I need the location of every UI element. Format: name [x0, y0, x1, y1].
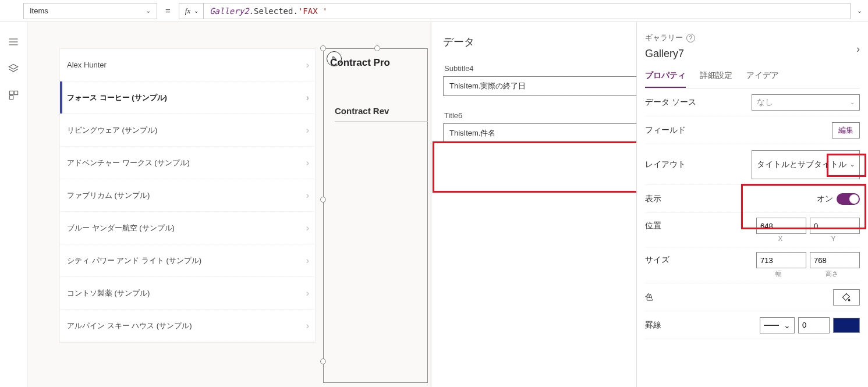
formula-object: Gallery2: [210, 6, 249, 16]
gallery1[interactable]: Alex Hunter› フォース コーヒー (サンプル)› リビングウェア (…: [59, 48, 316, 343]
property-tabs: プロパティ 詳細設定 アイデア: [645, 66, 860, 88]
field-label: Title6: [443, 111, 636, 120]
prop-datasource: データ ソース なし⌄: [645, 88, 860, 116]
chevron-right-icon: ›: [306, 223, 309, 233]
formula-expand[interactable]: ⌄: [851, 7, 868, 15]
gallery1-item[interactable]: アルパイン スキー ハウス (サンプル)›: [60, 310, 315, 342]
prop-layout: レイアウト タイトルとサブタイトル⌄: [645, 144, 860, 185]
tab-properties[interactable]: プロパティ: [645, 66, 686, 88]
left-rail: [0, 22, 27, 387]
border-style-dropdown[interactable]: ⌄: [760, 317, 795, 333]
tab-ideas[interactable]: アイデア: [746, 66, 779, 88]
svg-rect-5: [14, 91, 17, 94]
control-name: Gallery7: [645, 48, 860, 60]
chevron-down-icon: ⌄: [850, 99, 855, 105]
prop-fields: フィールド 編集: [645, 116, 860, 144]
data-panel-title: データ: [443, 35, 636, 49]
layers-icon[interactable]: [8, 63, 19, 74]
border-width-input[interactable]: [798, 317, 830, 333]
breadcrumb[interactable]: ギャラリー ?: [645, 33, 860, 43]
chevron-right-icon: ›: [306, 60, 309, 70]
gallery1-item[interactable]: ブルー ヤンダー航空 (サンプル)›: [60, 212, 315, 244]
svg-point-7: [848, 299, 850, 301]
chevron-right-icon: ›: [306, 190, 309, 201]
resize-handle[interactable]: [320, 358, 326, 364]
color-picker[interactable]: [833, 289, 860, 306]
gallery1-item[interactable]: コントソ製薬 (サンプル)›: [60, 277, 315, 310]
chevron-down-icon: ⌄: [146, 7, 151, 15]
chevron-right-icon: ›: [306, 158, 309, 168]
prop-position: 位置 XY: [645, 213, 860, 247]
visible-toggle[interactable]: [837, 193, 860, 205]
chevron-down-icon: ⌄: [194, 8, 199, 14]
border-color-swatch[interactable]: [833, 318, 860, 333]
property-selector-label: Items: [30, 6, 48, 15]
properties-panel: ギャラリー ? › Gallery7 プロパティ 詳細設定 アイデア データ ソ…: [636, 22, 868, 387]
hamburger-icon[interactable]: [8, 36, 19, 48]
property-selector[interactable]: Items ⌄: [23, 3, 157, 19]
resize-handle[interactable]: [374, 45, 380, 51]
formula-input[interactable]: Gallery2.Selected.'FAX ': [204, 3, 851, 19]
gallery1-item[interactable]: フォース コーヒー (サンプル)›: [60, 81, 315, 114]
svg-rect-6: [9, 95, 13, 99]
gallery7-header: Contract Pro: [330, 57, 390, 69]
datasource-dropdown[interactable]: なし⌄: [752, 94, 860, 111]
prop-color: 色: [645, 283, 860, 311]
subtitle4-binding[interactable]: ThisItem.実際の終了日 ⌄: [443, 76, 636, 96]
formula-literal: 'FAX ': [298, 6, 328, 16]
resize-handle[interactable]: [320, 197, 326, 203]
gallery7-row[interactable]: Contract Rev: [335, 101, 428, 122]
size-h-input[interactable]: [810, 252, 860, 268]
position-x-input[interactable]: [756, 218, 806, 234]
svg-marker-3: [9, 65, 18, 69]
chevron-right-icon: ›: [306, 321, 309, 331]
field-label: Subtitle4: [443, 64, 636, 73]
prop-border: 罫線 ⌄: [645, 311, 860, 339]
gallery1-item[interactable]: アドベンチャー ワークス (サンプル)›: [60, 147, 315, 179]
equals-sign: =: [165, 6, 171, 16]
layout-dropdown[interactable]: タイトルとサブタイトル⌄: [752, 150, 860, 179]
formula-dot: .Selected.: [249, 6, 298, 16]
chevron-down-icon: ⌄: [784, 321, 791, 330]
help-icon[interactable]: ?: [686, 34, 695, 42]
line-icon: [764, 325, 779, 326]
resize-handle[interactable]: [320, 45, 326, 51]
chevron-right-icon[interactable]: ›: [856, 43, 860, 55]
prop-size: サイズ 幅高さ: [645, 247, 860, 283]
prop-visible: 表示 オン: [645, 185, 860, 213]
fx-button[interactable]: fx ⌄: [179, 3, 204, 19]
canvas[interactable]: Alex Hunter› フォース コーヒー (サンプル)› リビングウェア (…: [27, 22, 636, 387]
gallery1-item[interactable]: Alex Hunter›: [60, 49, 315, 81]
gallery1-item[interactable]: ファブリカム (サンプル)›: [60, 179, 315, 212]
gallery1-item[interactable]: シティ パワー アンド ライト (サンプル)›: [60, 244, 315, 277]
title6-binding[interactable]: ThisItem.件名 ⌄: [443, 123, 636, 143]
gallery7-selection[interactable]: [323, 48, 428, 383]
tab-advanced[interactable]: 詳細設定: [700, 66, 732, 88]
chevron-right-icon: ›: [306, 93, 309, 103]
size-w-input[interactable]: [756, 252, 806, 268]
chevron-down-icon: ⌄: [850, 161, 855, 168]
position-y-input[interactable]: [810, 218, 860, 234]
chevron-right-icon: ›: [306, 255, 309, 266]
paint-icon: [842, 293, 851, 302]
gallery1-item[interactable]: リビングウェア (サンプル)›: [60, 114, 315, 147]
data-panel: データ ✕ Subtitle4 ThisItem.実際の終了日 ⌄ Title6…: [431, 22, 636, 387]
chevron-right-icon: ›: [306, 125, 309, 136]
components-icon[interactable]: [8, 90, 19, 101]
svg-rect-4: [9, 91, 13, 94]
edit-fields-button[interactable]: 編集: [832, 122, 860, 139]
chevron-right-icon: ›: [306, 288, 309, 299]
fx-label: fx: [185, 6, 190, 16]
